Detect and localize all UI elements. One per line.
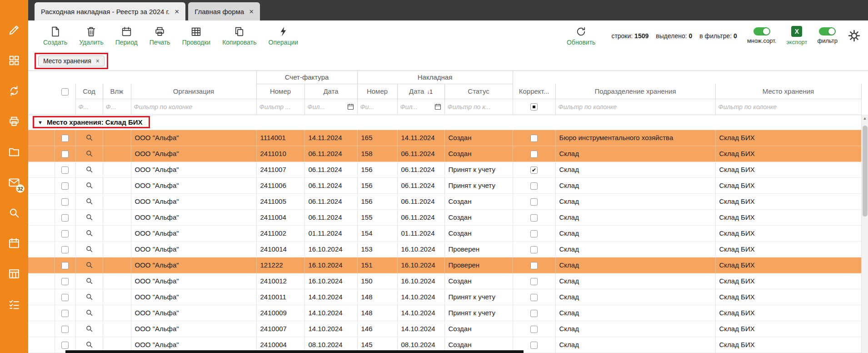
filter-chip[interactable]: Место хранения ×: [38, 55, 105, 66]
sod-filter-input[interactable]: [79, 103, 100, 111]
vlzh-filter-input[interactable]: [106, 103, 128, 111]
waybill-date-filter-input[interactable]: [400, 103, 432, 111]
row-search-icon[interactable]: [85, 197, 94, 206]
folder-icon[interactable]: [8, 146, 20, 158]
table-row[interactable]: ООО "Альфа"241000914.10.202414814.10.202…: [28, 305, 861, 321]
correct-checkbox[interactable]: [530, 182, 538, 190]
correct-checkbox[interactable]: [530, 342, 538, 349]
row-search-icon[interactable]: [85, 165, 94, 174]
refresh-button[interactable]: Обновить: [561, 26, 601, 46]
collapse-arrow-icon[interactable]: ▼: [38, 120, 43, 125]
delete-button[interactable]: Удалить: [73, 26, 109, 46]
correct-checkbox[interactable]: [530, 310, 538, 317]
storage-place-filter-input[interactable]: [718, 103, 858, 111]
table-row[interactable]: ООО "Альфа"241001416.10.202415316.10.202…: [28, 241, 861, 257]
copy-button[interactable]: Копировать: [216, 26, 262, 46]
table-row[interactable]: ООО "Альфа"241100406.11.202415506.11.202…: [28, 209, 861, 225]
correct-checkbox[interactable]: [530, 198, 538, 206]
correct-checkbox[interactable]: [530, 151, 538, 158]
tab-register-2024[interactable]: Расходная накладная - Реестр за 2024 г. …: [35, 2, 185, 20]
calendar-icon[interactable]: [434, 103, 442, 111]
create-button[interactable]: Создать: [37, 26, 73, 46]
row-search-icon[interactable]: [85, 133, 94, 142]
table-row[interactable]: ООО "Альфа"241100506.11.202415606.11.202…: [28, 193, 861, 209]
column-header-correct[interactable]: Коррект...: [513, 84, 555, 99]
correct-checkbox[interactable]: [530, 326, 538, 333]
correct-checkbox[interactable]: [530, 230, 538, 237]
table-row[interactable]: ООО "Альфа"241101006.11.202415806.11.202…: [28, 146, 861, 161]
column-header-sod[interactable]: Сод: [75, 84, 103, 99]
correct-filter-checkbox[interactable]: [530, 103, 538, 111]
modules-grid-icon[interactable]: [8, 54, 20, 67]
invoice-date-filter-input[interactable]: [308, 103, 345, 111]
correct-checkbox[interactable]: [530, 262, 538, 269]
correct-checkbox[interactable]: [530, 246, 538, 253]
row-checkbox[interactable]: [61, 294, 69, 301]
column-header-org[interactable]: Организация: [131, 84, 256, 99]
scroll-up-icon[interactable]: ▲: [862, 115, 868, 122]
row-search-icon[interactable]: [85, 308, 94, 317]
row-checkbox[interactable]: [61, 310, 69, 317]
scrollbar-thumb[interactable]: [863, 126, 868, 217]
row-search-icon[interactable]: [85, 292, 94, 301]
multisort-toggle[interactable]: [753, 27, 770, 35]
table-row[interactable]: ООО "Альфа"241001114.10.202414814.10.202…: [28, 289, 861, 305]
sync-icon[interactable]: [8, 85, 20, 97]
print-icon[interactable]: [8, 115, 20, 128]
row-search-icon[interactable]: [85, 324, 94, 333]
vertical-scrollbar[interactable]: ▲: [861, 115, 868, 353]
row-checkbox[interactable]: [61, 326, 69, 333]
mail-icon[interactable]: 32: [8, 176, 20, 189]
row-checkbox[interactable]: [61, 262, 69, 269]
operations-button[interactable]: Операции: [263, 26, 304, 46]
row-search-icon[interactable]: [85, 213, 94, 222]
settings-gear-icon[interactable]: [848, 29, 861, 42]
calendar-icon[interactable]: [8, 237, 20, 250]
column-header-invoice-date[interactable]: Дата: [304, 84, 357, 99]
table-row[interactable]: ООО "Альфа"241001216.10.202415016.10.202…: [28, 273, 861, 289]
row-search-icon[interactable]: [85, 149, 94, 158]
table-row[interactable]: ООО "Альфа"12122216.10.202415116.10.2024…: [28, 257, 861, 273]
org-filter-input[interactable]: [134, 103, 254, 111]
table-row[interactable]: ООО "Альфа"241000714.10.202414614.10.202…: [28, 321, 861, 337]
close-icon[interactable]: ×: [175, 8, 179, 15]
invoice-number-filter-input[interactable]: [259, 103, 302, 111]
row-search-icon[interactable]: [85, 245, 94, 253]
row-search-icon[interactable]: [85, 340, 94, 349]
waybill-number-filter-input[interactable]: [360, 103, 394, 111]
column-header-waybill-number[interactable]: Номер: [357, 84, 397, 99]
column-header-vlzh[interactable]: Влж: [103, 84, 131, 99]
row-search-icon[interactable]: [85, 277, 94, 285]
postings-button[interactable]: Проводки: [176, 26, 217, 46]
close-icon[interactable]: ×: [96, 57, 100, 65]
correct-checkbox[interactable]: [530, 166, 538, 174]
status-filter-input[interactable]: [448, 103, 510, 111]
row-checkbox[interactable]: [61, 246, 69, 253]
table-row[interactable]: ООО "Альфа"241100606.11.202415606.11.202…: [28, 177, 861, 193]
row-checkbox[interactable]: [61, 182, 69, 190]
select-all-checkbox[interactable]: [61, 88, 69, 96]
column-header-waybill-date[interactable]: Дата↓1: [397, 84, 444, 99]
column-header-place[interactable]: Место хранения: [715, 84, 861, 99]
table-row[interactable]: ООО "Альфа"241100706.11.202415606.11.202…: [28, 161, 861, 177]
column-header-status[interactable]: Статус: [444, 84, 513, 99]
correct-checkbox[interactable]: [530, 214, 538, 222]
column-header-invoice-number[interactable]: Номер: [256, 84, 304, 99]
row-checkbox[interactable]: [61, 166, 69, 174]
row-checkbox[interactable]: [61, 151, 69, 158]
row-checkbox[interactable]: [61, 230, 69, 237]
tab-main-form[interactable]: Главная форма ×: [188, 2, 260, 20]
table-row[interactable]: ООО "Альфа"241100201.11.202415401.11.202…: [28, 225, 861, 241]
department-filter-input[interactable]: [559, 103, 713, 111]
row-checkbox[interactable]: [61, 342, 69, 349]
search-icon[interactable]: [8, 207, 20, 219]
row-checkbox[interactable]: [61, 198, 69, 206]
close-icon[interactable]: ×: [249, 8, 254, 15]
row-search-icon[interactable]: [85, 181, 94, 190]
row-checkbox[interactable]: [61, 135, 69, 142]
row-search-icon[interactable]: [85, 229, 94, 237]
table-row[interactable]: ООО "Альфа"111400114.11.202416514.11.202…: [28, 130, 861, 146]
period-button[interactable]: Период: [110, 26, 144, 46]
correct-checkbox[interactable]: [530, 278, 538, 285]
filter-toggle[interactable]: [819, 27, 836, 35]
